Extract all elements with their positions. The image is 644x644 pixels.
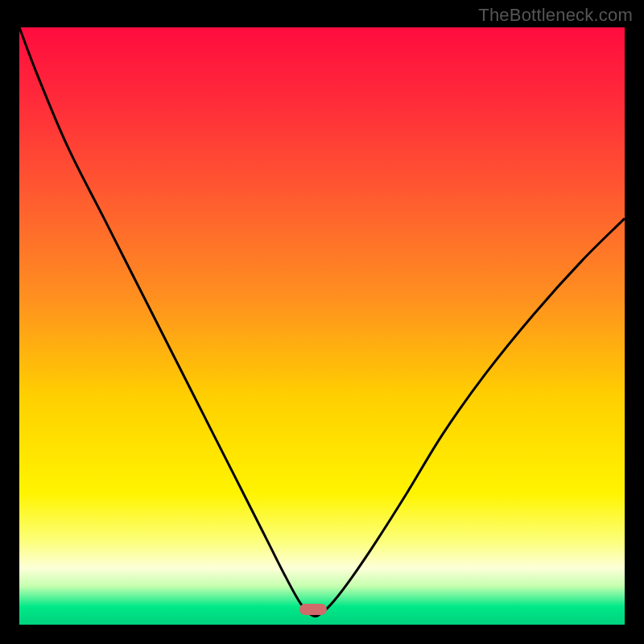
chart-frame: TheBottleneck.com — [0, 0, 644, 644]
optimal-marker — [299, 604, 327, 615]
plot-area — [19, 27, 625, 625]
plot-svg — [19, 27, 625, 625]
watermark-text: TheBottleneck.com — [478, 5, 633, 26]
gradient-background — [19, 27, 625, 625]
